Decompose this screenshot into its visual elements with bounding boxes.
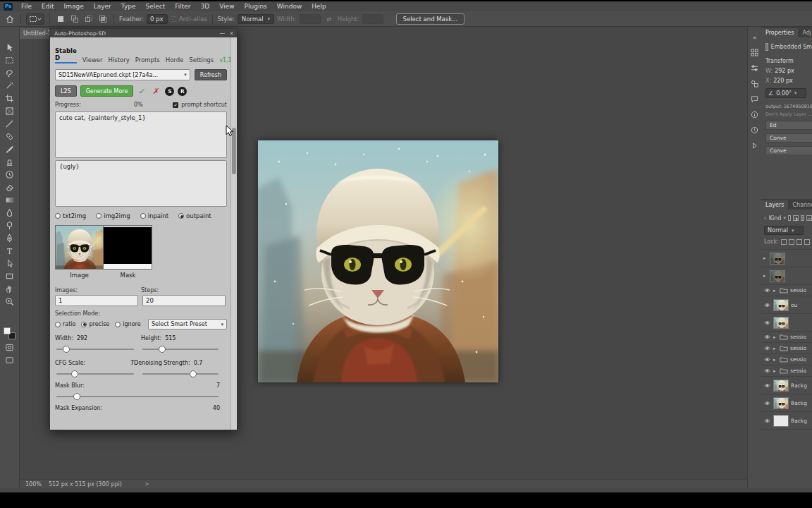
tab-properties[interactable]: Properties bbox=[761, 28, 798, 37]
visibility-eye-icon[interactable] bbox=[763, 320, 771, 325]
filter-pixel-icon[interactable] bbox=[788, 215, 792, 221]
filter-adjustment-icon[interactable]: ◑ bbox=[793, 215, 798, 221]
images-input[interactable] bbox=[55, 295, 138, 306]
eyedropper-tool[interactable] bbox=[4, 119, 16, 128]
visibility-eye-icon[interactable] bbox=[763, 346, 771, 351]
blend-mode-select[interactable]: Normal ▾ bbox=[764, 226, 804, 235]
visibility-eye-icon[interactable] bbox=[763, 288, 771, 293]
frame-tool[interactable] bbox=[4, 106, 16, 116]
layer-row[interactable]: Backg bbox=[761, 377, 812, 394]
menu-view[interactable]: View bbox=[214, 1, 239, 11]
selection-subtract-icon[interactable] bbox=[83, 13, 94, 25]
lock-transparency-icon[interactable] bbox=[781, 239, 787, 245]
shape-tool[interactable] bbox=[4, 271, 16, 281]
antialias-checkbox[interactable]: ✓ Anti-alias bbox=[171, 16, 207, 23]
foreground-color-swatch[interactable] bbox=[4, 327, 11, 334]
selection-new-icon[interactable] bbox=[55, 13, 66, 25]
visibility-eye-icon[interactable] bbox=[763, 357, 771, 362]
tab-horde[interactable]: Horde bbox=[166, 56, 184, 64]
tab-layers[interactable]: Layers bbox=[761, 200, 788, 210]
cfg-slider[interactable] bbox=[55, 369, 135, 379]
menu-help[interactable]: Help bbox=[307, 1, 331, 11]
chevron-right-icon[interactable]: ▸ bbox=[763, 273, 768, 279]
visibility-eye-icon[interactable] bbox=[763, 303, 771, 308]
lock-position-icon[interactable] bbox=[796, 239, 802, 245]
layer-row[interactable]: ou bbox=[761, 296, 812, 314]
menu-plugins[interactable]: Plugins bbox=[240, 1, 272, 11]
layer-row[interactable]: Backg bbox=[761, 394, 812, 412]
refresh-button[interactable]: Refresh bbox=[195, 69, 227, 80]
gradient-tool[interactable] bbox=[4, 195, 16, 205]
quick-mask-button[interactable] bbox=[4, 342, 16, 352]
layer-thumbnail[interactable] bbox=[773, 299, 789, 311]
plugin-header[interactable]: Auto-Photoshop-SD — × bbox=[50, 29, 237, 37]
tab-viewer[interactable]: Viewer bbox=[82, 56, 103, 64]
visibility-eye-icon[interactable] bbox=[763, 418, 771, 423]
chevron-right-icon[interactable]: ▸ bbox=[773, 346, 777, 351]
filter-type-icon[interactable]: T bbox=[801, 215, 805, 221]
lock-all-icon[interactable] bbox=[804, 239, 810, 245]
document-tab[interactable]: Untitled-1... bbox=[20, 28, 53, 39]
edit-contents-button[interactable]: Ed bbox=[765, 121, 812, 130]
layer-row[interactable] bbox=[761, 314, 812, 332]
mode-txt2img[interactable]: txt2img bbox=[55, 212, 86, 219]
tab-prompts[interactable]: Prompts bbox=[135, 56, 160, 64]
tab-history[interactable]: History bbox=[109, 56, 130, 64]
layer-thumbnail[interactable] bbox=[773, 317, 789, 329]
prompt-textarea[interactable]: cute cat, {painterly_style_1} bbox=[55, 111, 227, 158]
layer-thumbnail[interactable] bbox=[770, 270, 785, 282]
history-icon[interactable] bbox=[750, 126, 760, 135]
tab-channels[interactable]: Channels bbox=[788, 200, 812, 210]
l2s-button[interactable]: L2S bbox=[55, 85, 77, 97]
layer-thumbnail[interactable] bbox=[773, 397, 789, 409]
prompt-shortcut-checkbox[interactable]: ✓ prompt shortcut bbox=[173, 102, 227, 108]
crop-tool[interactable] bbox=[4, 93, 16, 103]
feather-input[interactable]: 0 px bbox=[147, 14, 168, 24]
denoise-slider[interactable] bbox=[141, 369, 220, 379]
selection-ratio[interactable]: ratio bbox=[55, 321, 75, 327]
type-tool[interactable]: T bbox=[4, 246, 16, 255]
menu-window[interactable]: Window bbox=[272, 1, 307, 11]
collapse-panels-icon[interactable]: « bbox=[750, 32, 760, 42]
selection-add-icon[interactable] bbox=[69, 13, 80, 25]
tab-stable-diffusion[interactable]: Stable D bbox=[55, 47, 77, 64]
blur-tool[interactable] bbox=[4, 207, 16, 217]
kind-filter-select[interactable]: Kind bbox=[769, 215, 782, 222]
accept-result-icon[interactable]: ✓ bbox=[136, 86, 148, 97]
comments-icon[interactable] bbox=[750, 95, 760, 104]
visibility-eye-icon[interactable] bbox=[763, 368, 771, 373]
dodge-tool[interactable] bbox=[4, 220, 16, 230]
menu-select[interactable]: Select bbox=[140, 1, 170, 11]
canvas-image[interactable] bbox=[258, 140, 498, 382]
history-brush-tool[interactable] bbox=[4, 169, 16, 179]
hand-tool[interactable] bbox=[4, 284, 16, 294]
marquee-tool[interactable] bbox=[4, 55, 16, 65]
layer-row[interactable]: ▸ bbox=[761, 250, 812, 267]
height-input[interactable] bbox=[362, 14, 383, 24]
selection-intersect-icon[interactable] bbox=[97, 13, 109, 25]
tab-settings[interactable]: Settings bbox=[189, 56, 214, 64]
swatches-icon[interactable] bbox=[750, 48, 760, 57]
visibility-eye-icon[interactable] bbox=[763, 401, 771, 406]
negative-prompt-textarea[interactable]: {ugly} bbox=[55, 160, 227, 207]
chevron-right-icon[interactable]: ▸ bbox=[773, 288, 777, 294]
mode-img2img[interactable]: img2img bbox=[96, 212, 130, 219]
zoom-tool[interactable] bbox=[4, 296, 16, 306]
mask-blur-slider[interactable] bbox=[55, 392, 220, 401]
panel-minimize-icon[interactable]: — bbox=[219, 30, 225, 37]
layer-row[interactable]: ▸ sessio bbox=[761, 365, 812, 377]
object-selection-tool[interactable] bbox=[4, 80, 16, 90]
layer-thumbnail[interactable] bbox=[773, 415, 789, 427]
screen-mode-button[interactable] bbox=[4, 355, 16, 365]
height-slider[interactable] bbox=[141, 344, 220, 354]
chevron-right-icon[interactable]: ▸ bbox=[773, 334, 777, 340]
visibility-eye-icon[interactable] bbox=[763, 383, 771, 388]
mode-inpaint[interactable]: inpaint bbox=[140, 212, 168, 219]
clone-stamp-tool[interactable] bbox=[4, 157, 16, 167]
menu-file[interactable]: File bbox=[16, 1, 37, 11]
lasso-tool[interactable] bbox=[4, 68, 16, 78]
lock-pixels-icon[interactable] bbox=[789, 239, 794, 245]
mode-outpaint[interactable]: outpaint bbox=[178, 212, 211, 219]
menu-edit[interactable]: Edit bbox=[37, 1, 59, 11]
r-badge-icon[interactable]: R bbox=[178, 87, 187, 96]
